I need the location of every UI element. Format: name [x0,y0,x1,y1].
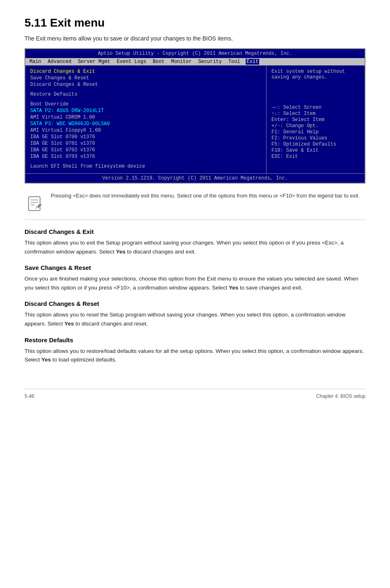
bios-item-boot-override-label: Boot Override [30,101,261,107]
note-text: Pressing <Esc> does not immediately exit… [51,192,360,200]
section-heading-restore-defaults: Restore Defaults [25,337,365,343]
section-heading-save-reset: Save Changes & Reset [25,264,365,271]
note-box: Pressing <Esc> does not immediately exit… [25,192,365,220]
bios-right-description: Exit system setup without saving any cha… [271,69,360,80]
section-body-discard-reset: This option allows you to reset the Setu… [25,310,365,328]
bios-content-area: Discard Changes & Exit Save Changes & Re… [25,65,365,173]
bios-item-sata-p3[interactable]: SATA P3: WDC WD800JD-00LSA0 [30,121,261,127]
bios-legend-plus-minus: +/-: Change Opt. [271,123,360,129]
bios-item-iba-0701[interactable]: IBA GE Slot 0701 v1376 [30,141,261,146]
bios-legend-screen: →←: Select Screen [271,105,360,110]
note-icon [25,193,44,213]
bios-item-iba-0703[interactable]: IBA GE Slot 0703 v1376 [30,154,261,159]
bios-menu-tool[interactable]: Tool [228,59,241,65]
section-body-discard-exit: This option allows you to exit the Setup… [25,238,365,256]
bios-menu-security[interactable]: Security [197,59,223,65]
footer-page-number: 5-46 [25,393,34,399]
bios-item-save-reset[interactable]: Save Changes & Reset [30,75,261,81]
bios-menu-boot[interactable]: Boot [152,59,166,65]
sections-container: Discard Changes & Exit This option allow… [25,228,365,364]
bios-screen: Aptio Setup Utility - Copyright (C) 2011… [25,48,365,184]
bios-item-ami-cdrom[interactable]: AMI Virtual CDROM 1.00 [30,114,261,120]
bios-legend-item: ↑↓: Select Item [271,111,360,117]
bios-legend-f1: F1: General Help [271,129,360,135]
bios-legend: →←: Select Screen ↑↓: Select Item Enter:… [271,105,360,159]
bios-right-panel: Exit system setup without saving any cha… [267,65,365,173]
bios-menu-bar: Main Advanced Server Mgmt Event Logs Boo… [25,58,365,65]
bios-footer: Version 2.15.1219. Copyright (C) 2011 Am… [25,173,365,183]
bios-legend-enter: Enter: Select Item [271,117,360,123]
bios-menu-main[interactable]: Main [29,59,42,65]
section-heading-discard-exit: Discard Changes & Exit [25,228,365,235]
bios-legend-esc: ESC: Exit [271,154,360,159]
bios-legend-f2: F2: Previous Values [271,135,360,141]
svg-rect-0 [29,197,40,211]
svg-line-5 [36,206,37,209]
bios-legend-f5: F5: Optimized Defaults [271,141,360,147]
bios-legend-f10: F10: Save & Exit [271,148,360,153]
bios-item-sata-p2[interactable]: SATA P2: ASUS DRW-2014L1T [30,108,261,114]
bios-menu-advanced[interactable]: Advanced [47,59,72,65]
bios-menu-server-mgmt[interactable]: Server Mgmt [77,59,111,65]
bios-item-iba-0700[interactable]: IBA GE Slot 0700 v1376 [30,134,261,140]
bios-item-restore-defaults[interactable]: Restore Defaults [30,92,261,97]
section-body-save-reset: Once you are finished making your select… [25,274,365,292]
page-title: 5.11 Exit menu [25,16,365,29]
bios-item-discard-reset[interactable]: Discard Changes & Reset [30,82,261,88]
bios-item-efi-shell[interactable]: Launch EFI Shell from filesystem device [30,164,261,169]
bios-menu-monitor[interactable]: Monitor [170,59,192,65]
svg-marker-4 [37,203,42,208]
bios-item-discard-exit[interactable]: Discard Changes & Exit [30,69,261,74]
bios-item-ami-floppy[interactable]: AMI Virtual Floppy0 1.00 [30,128,261,133]
bios-item-iba-0702[interactable]: IBA GE Slot 0702 v1376 [30,147,261,153]
bios-menu-event-logs[interactable]: Event Logs [116,59,147,65]
page-footer: 5-46 Chapter 4: BIOS setup [25,389,365,399]
footer-chapter: Chapter 4: BIOS setup [316,393,365,399]
intro-text: The Exit menu items allow you to save or… [25,35,365,42]
bios-left-panel: Discard Changes & Exit Save Changes & Re… [25,65,267,173]
bios-menu-exit[interactable]: Exit [246,59,259,65]
bios-title-bar: Aptio Setup Utility - Copyright (C) 2011… [25,49,365,58]
section-heading-discard-reset: Discard Changes & Reset [25,300,365,307]
section-body-restore-defaults: This option allows you to restore/load d… [25,347,365,364]
